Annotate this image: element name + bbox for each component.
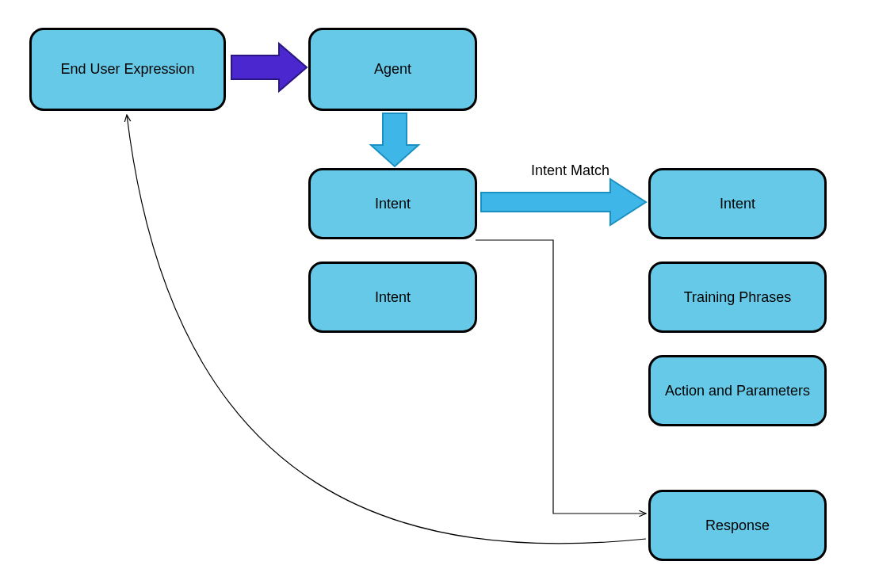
arrow-end-user-to-agent — [231, 44, 307, 91]
node-intent-top: Intent — [308, 168, 477, 239]
svg-marker-2 — [481, 179, 646, 225]
svg-marker-1 — [371, 113, 418, 166]
connector-intent-to-response — [476, 240, 646, 514]
node-response: Response — [648, 490, 827, 561]
edge-label-intent-match: Intent Match — [531, 162, 609, 179]
node-label: Response — [705, 517, 770, 534]
node-end-user-expression: End User Expression — [29, 28, 226, 111]
node-intent-bottom: Intent — [308, 262, 477, 333]
node-label: Intent — [720, 196, 755, 212]
node-training-phrases: Training Phrases — [648, 262, 827, 333]
node-label: Action and Parameters — [665, 383, 810, 399]
arrow-intent-match — [481, 179, 646, 225]
node-agent: Agent — [308, 28, 477, 111]
node-label: Intent — [375, 289, 411, 306]
node-label: End User Expression — [60, 61, 194, 78]
node-label: Agent — [374, 61, 411, 78]
node-action-parameters: Action and Parameters — [648, 355, 827, 426]
node-label: Intent — [375, 196, 411, 212]
svg-marker-0 — [231, 44, 307, 91]
node-label: Training Phrases — [684, 289, 791, 306]
diagram-canvas: End User Expression Agent Intent Intent … — [0, 0, 875, 588]
arrow-agent-to-intent — [371, 113, 418, 166]
node-intent-right: Intent — [648, 168, 827, 239]
